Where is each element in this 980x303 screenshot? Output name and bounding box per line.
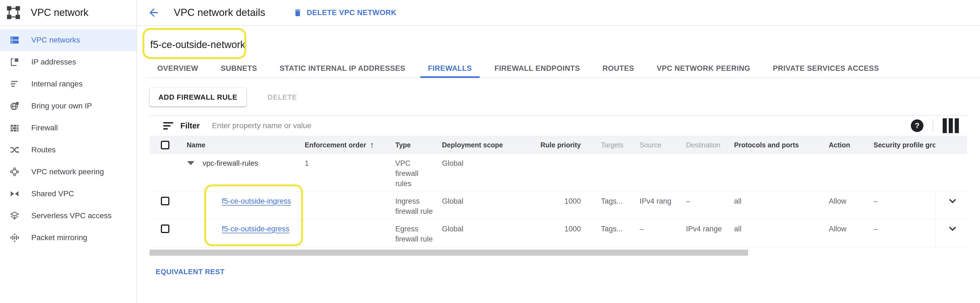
sidebar-item-vpc-networks[interactable]: VPC networks <box>0 29 137 51</box>
filter-icon[interactable] <box>163 122 174 130</box>
source-cell: – <box>634 220 681 247</box>
sidebar-item-label: Shared VPC <box>31 189 74 198</box>
delete-vpc-network-button[interactable]: DELETE VPC NETWORK <box>291 8 398 17</box>
tab-subnets[interactable]: SUBNETS <box>213 59 265 78</box>
collapse-group-icon[interactable] <box>187 161 194 165</box>
globe-icon <box>10 101 20 111</box>
destination-cell: IPv4 range <box>681 220 729 247</box>
sidebar-item-internal-ranges[interactable]: Internal ranges <box>0 73 137 95</box>
sidebar-item-label: Routes <box>31 146 56 154</box>
select-all-checkbox[interactable] <box>161 141 169 149</box>
protocols-cell: all <box>729 192 823 219</box>
sidebar-item-label: VPC network peering <box>31 167 104 176</box>
type-cell: Egress firewall rule <box>390 220 436 247</box>
filter-label: Filter <box>180 121 200 130</box>
main-panel: VPC network details DELETE VPC NETWORK f… <box>137 0 980 303</box>
table-row-group-vpc-firewall-rules: vpc-firewall-rules 1 VPC firewall rules … <box>150 154 967 192</box>
table-header-row: Name Enforcement order↑ Type Deployment … <box>150 136 967 154</box>
group-name: vpc-firewall-rules <box>203 159 258 168</box>
sidebar-item-label: Firewall <box>31 124 58 132</box>
help-icon[interactable]: ? <box>911 119 923 132</box>
back-button[interactable] <box>147 6 160 19</box>
column-header-action[interactable]: Action <box>823 141 868 149</box>
equivalent-rest-link[interactable]: EQUIVALENT REST <box>156 268 224 276</box>
sidebar-item-label: VPC networks <box>31 36 80 44</box>
filter-input[interactable] <box>212 121 460 130</box>
rule-link-ingress[interactable]: f5-ce-outside-ingress <box>222 197 291 205</box>
vpc-network-details-page: VPC network VPC networks IP addresses In… <box>0 0 980 303</box>
security-profile-cell: – <box>868 220 935 247</box>
ip-addresses-icon <box>10 57 20 67</box>
chevron-down-icon[interactable] <box>947 195 958 207</box>
trash-icon <box>293 8 302 17</box>
row-checkbox[interactable] <box>161 225 169 233</box>
tab-routes[interactable]: ROUTES <box>595 59 642 78</box>
sidebar-header: VPC network <box>0 0 137 26</box>
deployment-scope-cell: Global <box>436 154 538 192</box>
internal-ranges-icon <box>10 79 20 89</box>
horizontal-scrollbar[interactable] <box>150 250 748 255</box>
chevron-down-icon[interactable] <box>947 223 958 235</box>
table-actions: ADD FIREWALL RULE DELETE <box>150 88 967 106</box>
sidebar-item-packet-mirroring[interactable]: Packet mirroring <box>0 227 137 249</box>
row-checkbox-cell <box>150 192 181 219</box>
column-header-enforcement-order[interactable]: Enforcement order↑ <box>299 140 390 149</box>
deployment-scope-cell: Global <box>436 192 538 219</box>
vpc-networks-icon <box>10 35 20 45</box>
delete-rule-button[interactable]: DELETE <box>266 93 299 102</box>
column-header-security-profile-group[interactable]: Security profile gro <box>868 141 935 149</box>
routes-icon <box>10 144 20 155</box>
column-header-destination[interactable]: Destination <box>681 141 729 149</box>
sidebar: VPC network VPC networks IP addresses In… <box>0 0 137 303</box>
tab-overview[interactable]: OVERVIEW <box>150 59 206 78</box>
security-profile-cell: – <box>868 192 935 219</box>
rule-priority-cell: 1000 <box>538 220 595 247</box>
sidebar-item-shared-vpc[interactable]: Shared VPC <box>0 183 137 205</box>
row-checkbox[interactable] <box>161 197 169 205</box>
sidebar-title: VPC network <box>31 7 88 18</box>
sidebar-item-label: Internal ranges <box>31 79 83 88</box>
sidebar-item-label: IP addresses <box>31 58 76 67</box>
firewall-icon <box>10 123 20 133</box>
add-firewall-rule-button[interactable]: ADD FIREWALL RULE <box>150 88 246 106</box>
help-glyph: ? <box>915 121 920 130</box>
action-cell: Allow <box>823 220 868 247</box>
column-header-targets[interactable]: Targets <box>595 141 634 149</box>
select-all-checkbox-cell <box>150 141 181 149</box>
targets-cell: Tags... <box>595 220 634 247</box>
column-display-options-icon[interactable] <box>943 118 959 133</box>
network-name: f5-ce-outside-network <box>150 39 967 51</box>
row-checkbox-cell <box>150 154 181 192</box>
rule-link-egress[interactable]: f5-ce-outside-egress <box>222 225 290 233</box>
sidebar-item-label: Serverless VPC access <box>31 211 112 220</box>
column-header-deployment-scope[interactable]: Deployment scope <box>436 141 538 149</box>
sidebar-item-firewall[interactable]: Firewall <box>0 117 137 139</box>
sidebar-item-routes[interactable]: Routes <box>0 139 137 161</box>
sidebar-item-label: Packet mirroring <box>31 233 87 242</box>
tab-vpc-network-peering[interactable]: VPC NETWORK PEERING <box>649 59 758 78</box>
sidebar-item-vpc-network-peering[interactable]: VPC network peering <box>0 161 137 183</box>
shared-vpc-icon <box>10 189 20 199</box>
action-cell: Allow <box>823 192 868 219</box>
tab-firewalls[interactable]: FIREWALLS <box>420 59 480 78</box>
vpc-network-logo-icon <box>6 5 21 20</box>
protocols-cell: all <box>729 220 823 247</box>
tab-private-services-access[interactable]: PRIVATE SERVICES ACCESS <box>765 59 887 78</box>
column-header-protocols-and-ports[interactable]: Protocols and ports <box>729 141 823 149</box>
column-header-type[interactable]: Type <box>390 141 436 149</box>
column-header-name[interactable]: Name <box>181 141 299 149</box>
table-row-f5-ce-outside-ingress: f5-ce-outside-ingress Ingress firewall r… <box>150 192 967 219</box>
serverless-icon <box>10 211 20 221</box>
tab-firewall-endpoints[interactable]: FIREWALL ENDPOINTS <box>487 59 588 78</box>
rule-priority-cell: 1000 <box>538 192 595 219</box>
sort-ascending-icon: ↑ <box>370 140 374 149</box>
sidebar-item-label: Bring your own IP <box>31 102 92 110</box>
sidebar-item-bring-your-own-ip[interactable]: Bring your own IP <box>0 95 137 117</box>
column-header-source[interactable]: Source <box>634 141 681 149</box>
sidebar-item-ip-addresses[interactable]: IP addresses <box>0 51 137 73</box>
type-cell: VPC firewall rules <box>390 154 436 192</box>
table-row-f5-ce-outside-egress: f5-ce-outside-egress Egress firewall rul… <box>150 219 967 247</box>
sidebar-item-serverless-vpc-access[interactable]: Serverless VPC access <box>0 205 137 227</box>
column-header-rule-priority[interactable]: Rule priority <box>538 141 595 149</box>
tab-static-internal-ip-addresses[interactable]: STATIC INTERNAL IP ADDRESSES <box>272 59 413 78</box>
